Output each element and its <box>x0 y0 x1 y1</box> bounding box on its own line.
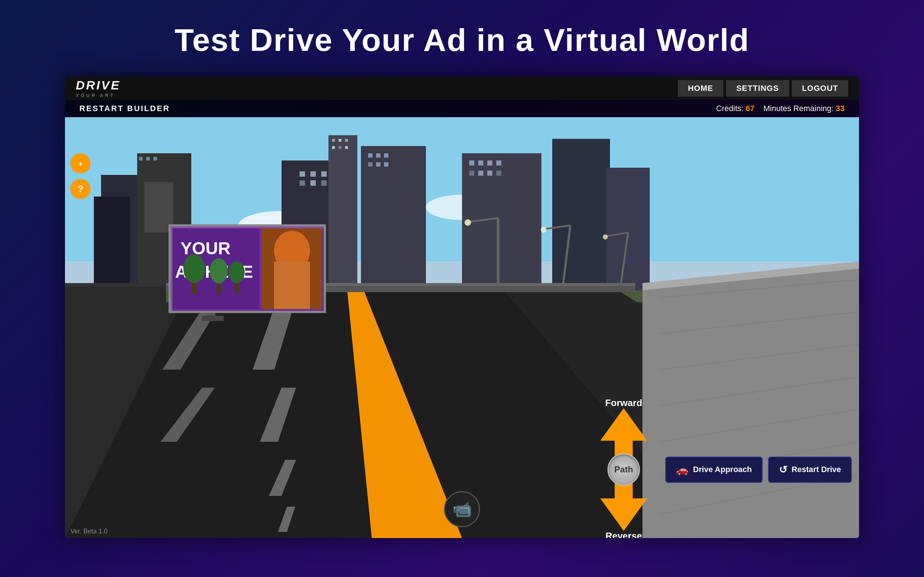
svg-rect-32 <box>339 139 341 142</box>
simulator-container: DRIVE YOUR ART HOME SETTINGS LOGOUT REST… <box>65 76 859 538</box>
expand-button[interactable]: › <box>70 153 90 174</box>
svg-rect-45 <box>496 171 501 176</box>
path-circle[interactable]: Path <box>607 453 640 486</box>
svg-rect-28 <box>376 162 380 167</box>
arrow-up-head <box>600 408 647 441</box>
svg-point-78 <box>465 219 471 226</box>
svg-rect-39 <box>478 161 483 166</box>
svg-rect-19 <box>300 180 305 186</box>
nav-bar: DRIVE YOUR ART HOME SETTINGS LOGOUT <box>65 76 859 100</box>
left-panel: › ? <box>70 153 90 199</box>
version-label: Ver. Beta 1.0 <box>70 528 108 535</box>
svg-rect-93 <box>274 261 310 309</box>
svg-rect-38 <box>469 161 474 166</box>
steering-wheel-icon: 🚗 <box>676 464 689 475</box>
forward-label: Forward <box>588 397 660 409</box>
svg-point-98 <box>183 254 205 283</box>
svg-rect-47 <box>606 168 650 290</box>
svg-rect-20 <box>310 180 316 186</box>
svg-rect-25 <box>376 153 380 158</box>
svg-rect-33 <box>345 139 348 142</box>
svg-rect-16 <box>310 171 316 177</box>
svg-rect-34 <box>332 146 335 149</box>
question-icon: ? <box>78 184 83 195</box>
sub-nav: RESTART BUILDER Credits: 67 Minutes Rema… <box>65 100 859 117</box>
svg-rect-29 <box>384 162 388 167</box>
arrow-down-head <box>600 498 647 531</box>
credits-info: Credits: 67 Minutes Remaining: 33 <box>716 104 845 113</box>
minutes-value: 33 <box>836 104 845 113</box>
svg-text:YOUR: YOUR <box>181 239 231 258</box>
credits-value: 67 <box>746 104 754 113</box>
svg-rect-35 <box>339 146 341 149</box>
credits-label: Credits: <box>716 104 743 113</box>
svg-rect-30 <box>328 135 357 290</box>
minutes-label: Minutes Remaining: <box>763 104 834 113</box>
svg-rect-42 <box>469 171 474 176</box>
svg-rect-44 <box>487 171 492 176</box>
svg-rect-49 <box>65 283 166 287</box>
svg-rect-13 <box>153 157 157 161</box>
svg-point-102 <box>229 261 245 283</box>
svg-rect-24 <box>368 153 373 158</box>
drive-approach-button[interactable]: 🚗 Drive Approach <box>665 456 762 483</box>
path-label: Path <box>614 464 633 475</box>
settings-button[interactable]: SETTINGS <box>726 80 789 97</box>
svg-rect-86 <box>202 316 224 321</box>
logo: DRIVE YOUR ART <box>76 78 121 98</box>
svg-point-81 <box>541 227 546 233</box>
svg-rect-36 <box>345 146 348 149</box>
svg-rect-15 <box>300 171 305 177</box>
scene: YOUR AD HERE › ? Forward <box>65 117 859 538</box>
logout-button[interactable]: LOGOUT <box>792 80 848 97</box>
svg-rect-21 <box>321 180 327 186</box>
svg-point-84 <box>603 234 608 239</box>
svg-rect-8 <box>94 197 130 290</box>
camera-icon: 📹 <box>452 500 472 519</box>
svg-rect-41 <box>496 161 501 166</box>
drive-approach-label: Drive Approach <box>693 464 752 475</box>
svg-rect-43 <box>478 171 483 176</box>
svg-rect-31 <box>332 139 335 142</box>
svg-rect-11 <box>139 157 142 161</box>
nav-control: Forward Path Reverse <box>588 408 660 531</box>
home-button[interactable]: HOME <box>678 80 723 97</box>
logo-sub-text: YOUR ART <box>76 93 121 98</box>
nav-buttons: HOME SETTINGS LOGOUT <box>678 80 848 97</box>
restart-builder-button[interactable]: RESTART BUILDER <box>79 104 170 113</box>
restart-icon: ↺ <box>779 464 787 475</box>
reverse-label: Reverse <box>588 530 660 538</box>
svg-rect-27 <box>368 162 373 167</box>
restart-drive-label: Restart Drive <box>792 464 841 475</box>
svg-rect-17 <box>321 171 327 177</box>
page-title-text: Test Drive Your Ad in a Virtual World <box>174 0 749 76</box>
camera-button[interactable]: 📹 <box>444 491 480 527</box>
svg-rect-40 <box>487 161 492 166</box>
chevron-right-icon: › <box>79 158 82 169</box>
bottom-controls: Forward Path Reverse 🚗 <box>588 408 852 531</box>
svg-point-100 <box>210 258 228 284</box>
svg-rect-12 <box>146 157 150 161</box>
svg-rect-46 <box>552 139 610 290</box>
svg-rect-26 <box>384 153 388 158</box>
svg-rect-23 <box>361 146 426 290</box>
logo-text: DRIVE <box>76 78 121 92</box>
help-button[interactable]: ? <box>70 179 90 199</box>
restart-drive-button[interactable]: ↺ Restart Drive <box>768 456 852 483</box>
